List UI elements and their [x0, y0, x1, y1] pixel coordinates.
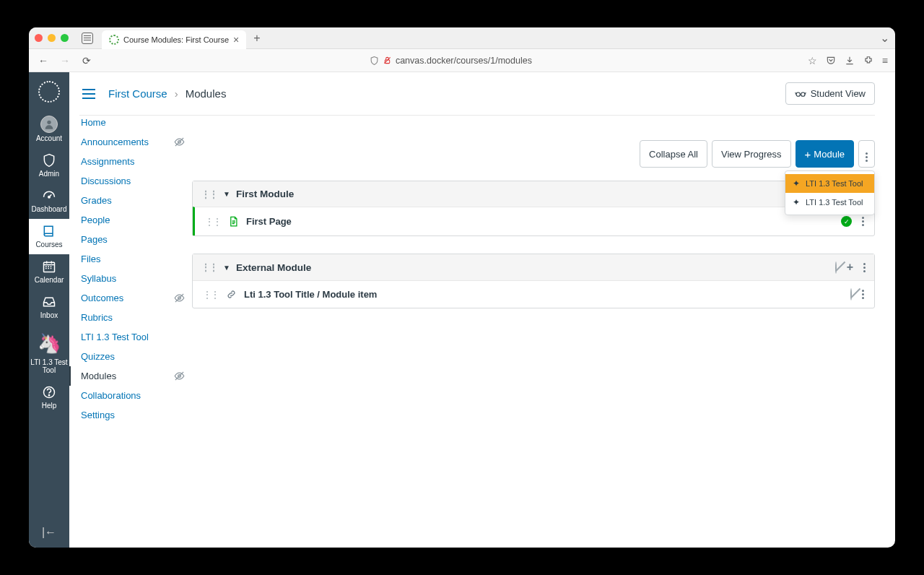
drag-handle-icon[interactable]: ⋮⋮ — [203, 290, 219, 300]
course-nav-item[interactable]: LTI 1.3 Test Tool — [81, 327, 192, 347]
book-icon — [41, 223, 57, 239]
menu-item-lti-2[interactable]: ✦ LTI 1.3 Test Tool — [785, 193, 874, 212]
close-window[interactable] — [35, 34, 43, 42]
collapse-all-button[interactable]: Collapse All — [640, 140, 707, 168]
course-nav-item[interactable]: People — [81, 210, 192, 230]
drag-handle-icon[interactable]: ⋮⋮ — [201, 262, 217, 272]
tabs-overview-icon[interactable] — [82, 33, 93, 44]
close-tab-icon[interactable]: × — [233, 34, 239, 46]
course-nav-item[interactable]: Settings — [81, 405, 192, 425]
unpublished-icon[interactable] — [835, 262, 837, 273]
module-header: ⋮⋮▼External Module+ — [193, 254, 874, 280]
kebab-icon[interactable] — [862, 217, 864, 226]
course-nav-item[interactable]: Rubrics — [81, 308, 192, 327]
link-icon — [226, 289, 237, 300]
kebab-icon[interactable] — [863, 263, 866, 272]
item-title[interactable]: First Page — [246, 216, 292, 227]
reload-button[interactable]: ⟳ — [79, 55, 94, 66]
course-nav-item[interactable]: Home — [81, 113, 192, 132]
breadcrumb-page: Modules — [186, 87, 227, 100]
nav-inbox[interactable]: Inbox — [29, 290, 69, 325]
breadcrumb: First Course › Modules Student View — [79, 72, 875, 116]
app-menu-icon[interactable]: ≡ — [882, 55, 888, 66]
shield-icon[interactable] — [370, 56, 379, 66]
unpublished-icon[interactable] — [850, 289, 852, 300]
back-button[interactable]: ← — [36, 55, 51, 66]
downloads-icon[interactable] — [845, 56, 855, 66]
url-display[interactable]: canvas.docker/courses/1/modules — [370, 56, 532, 66]
nav-admin[interactable]: Admin — [29, 148, 69, 183]
more-options-button[interactable] — [858, 140, 875, 168]
avatar-icon — [40, 116, 58, 133]
nav-calendar[interactable]: Calendar — [29, 254, 69, 290]
add-item-icon[interactable]: + — [847, 261, 853, 273]
browser-tab-bar: Course Modules: First Course × + ⌄ — [29, 27, 895, 49]
glasses-icon — [795, 90, 806, 98]
course-nav-item[interactable]: Discussions — [81, 171, 192, 191]
drag-handle-icon[interactable]: ⋮⋮ — [201, 189, 217, 199]
collapse-nav-icon[interactable]: |← — [42, 526, 56, 539]
nav-label: Syllabus — [81, 273, 116, 284]
nav-help[interactable]: Help — [29, 380, 69, 415]
canvas-logo-icon[interactable] — [38, 81, 60, 103]
course-nav-item[interactable]: Syllabus — [81, 269, 192, 288]
nav-label: Announcements — [81, 137, 149, 147]
pocket-icon[interactable] — [826, 56, 836, 66]
nav-dashboard[interactable]: Dashboard — [29, 183, 69, 219]
course-nav-item[interactable]: Grades — [81, 191, 192, 210]
course-nav-item[interactable]: Quizzes — [81, 347, 192, 366]
hidden-icon — [174, 293, 185, 303]
caret-down-icon[interactable]: ▼ — [223, 264, 230, 272]
nav-label: Collaborations — [81, 390, 141, 401]
nav-lti-tool[interactable]: 🦄 LTI 1.3 Test Tool — [29, 325, 69, 380]
course-nav-item[interactable]: Outcomes — [81, 288, 192, 308]
drag-handle-icon[interactable]: ⋮⋮ — [205, 217, 221, 227]
add-module-button[interactable]: + Module — [796, 140, 854, 168]
address-bar: ← → ⟳ canvas.docker/courses/1/modules ☆ … — [29, 49, 895, 72]
svg-point-2 — [47, 121, 51, 124]
course-nav-item[interactable]: Assignments — [81, 152, 192, 171]
svg-point-14 — [801, 92, 804, 96]
course-nav: HomeAnnouncementsAssignmentsDiscussionsG… — [69, 72, 192, 548]
global-nav: Account Admin Dashboard Courses Calendar… — [29, 72, 69, 548]
caret-down-icon[interactable]: ▼ — [223, 190, 230, 198]
kebab-icon[interactable] — [862, 290, 864, 299]
chevron-right-icon: › — [175, 87, 178, 100]
breadcrumb-course[interactable]: First Course — [108, 87, 167, 100]
inbox-icon — [41, 294, 57, 310]
browser-tab[interactable]: Course Modules: First Course × — [102, 30, 246, 49]
bookmark-star-icon[interactable]: ☆ — [808, 55, 817, 66]
tabs-dropdown-icon[interactable]: ⌄ — [880, 31, 889, 45]
nav-label: Home — [81, 117, 106, 128]
course-nav-item[interactable]: Pages — [81, 230, 192, 249]
module-name: External Module — [236, 262, 311, 273]
nav-label: Discussions — [81, 176, 131, 186]
view-progress-button[interactable]: View Progress — [712, 140, 791, 168]
nav-label: LTI 1.3 Test Tool — [81, 332, 149, 342]
course-nav-item[interactable]: Collaborations — [81, 386, 192, 405]
svg-point-6 — [48, 395, 49, 396]
url-text: canvas.docker/courses/1/modules — [396, 56, 532, 66]
tool-icon: ✦ — [793, 197, 800, 207]
course-nav-item[interactable]: Files — [81, 249, 192, 269]
nav-courses[interactable]: Courses — [29, 219, 69, 254]
new-tab-button[interactable]: + — [253, 32, 260, 45]
tool-icon: ✦ — [793, 178, 800, 189]
nav-label: Modules — [81, 371, 116, 381]
speedometer-icon — [41, 188, 57, 204]
maximize-window[interactable] — [61, 34, 69, 42]
nav-account[interactable]: Account — [29, 111, 69, 148]
minimize-window[interactable] — [48, 34, 56, 42]
extensions-icon[interactable] — [863, 56, 873, 66]
course-nav-item[interactable]: Announcements — [81, 132, 192, 152]
insecure-lock-icon[interactable] — [383, 56, 391, 65]
module-item: ⋮⋮First Page✓ — [193, 207, 874, 235]
student-view-button[interactable]: Student View — [785, 82, 875, 105]
course-nav-item[interactable]: Modules — [69, 366, 192, 386]
menu-item-lti-1[interactable]: ✦ LTI 1.3 Test Tool — [785, 174, 874, 193]
item-title[interactable]: Lti 1.3 Tool Title / Module item — [244, 289, 377, 300]
module-toolbar: Collapse All View Progress + Module ✦ LT… — [192, 116, 875, 181]
hamburger-icon[interactable] — [82, 89, 95, 99]
nav-label: Pages — [81, 234, 108, 245]
published-icon[interactable]: ✓ — [841, 216, 852, 227]
